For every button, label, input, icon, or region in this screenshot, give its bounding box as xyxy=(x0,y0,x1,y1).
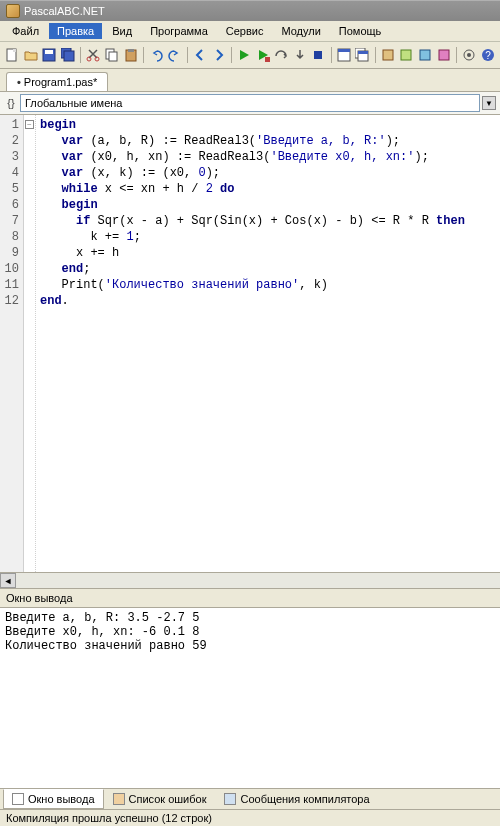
code-line: x += h xyxy=(40,245,496,261)
save-all-button[interactable] xyxy=(60,45,77,65)
svg-rect-12 xyxy=(265,57,270,62)
menu-bar: ФайлПравкаВидПрограммаСервисМодулиПомощь xyxy=(0,21,500,42)
scroll-left-button[interactable]: ◄ xyxy=(0,573,16,588)
code-line: var (a, b, R) := ReadReal3('Введите a, b… xyxy=(40,133,496,149)
toolbar-separator xyxy=(375,47,376,63)
menu-item-6[interactable]: Помощь xyxy=(331,23,390,39)
module3-icon xyxy=(418,48,432,62)
code-line: end; xyxy=(40,261,496,277)
bottom-tab-icon xyxy=(113,793,125,805)
svg-rect-1 xyxy=(13,49,16,52)
toolbar-separator xyxy=(143,47,144,63)
run-noデバッグ-button[interactable] xyxy=(254,45,271,65)
module3-button[interactable] xyxy=(417,45,434,65)
code-line: k += 1; xyxy=(40,229,496,245)
cut-icon xyxy=(86,48,100,62)
step-into-button[interactable] xyxy=(292,45,309,65)
menu-item-0[interactable]: Файл xyxy=(4,23,47,39)
bottom-tab-icon xyxy=(224,793,236,805)
app-icon xyxy=(6,4,20,18)
step-over-button[interactable] xyxy=(273,45,290,65)
paste-icon xyxy=(124,48,138,62)
run-button[interactable] xyxy=(236,45,253,65)
line-number: 9 xyxy=(0,245,19,261)
svg-text:?: ? xyxy=(485,50,491,61)
fold-toggle-icon[interactable]: − xyxy=(25,120,34,129)
code-line: Print('Количество значений равно', k) xyxy=(40,277,496,293)
code-line: var (x0, h, xn) := ReadReal3('Введите x0… xyxy=(40,149,496,165)
module4-button[interactable] xyxy=(435,45,452,65)
code-line: var (x, k) := (x0, 0); xyxy=(40,165,496,181)
svg-rect-21 xyxy=(420,50,430,60)
stop-icon xyxy=(311,48,325,62)
cut-button[interactable] xyxy=(85,45,102,65)
code-line: while x <= xn + h / 2 do xyxy=(40,181,496,197)
code-content[interactable]: begin var (a, b, R) := ReadReal3('Введит… xyxy=(36,115,500,572)
namespace-dropdown[interactable]: Глобальные имена xyxy=(20,94,480,112)
modified-dot-icon: • xyxy=(17,76,21,88)
line-number: 12 xyxy=(0,293,19,309)
forward-button[interactable] xyxy=(210,45,227,65)
svg-rect-20 xyxy=(401,50,411,60)
line-number: 1 xyxy=(0,117,19,133)
menu-item-4[interactable]: Сервис xyxy=(218,23,272,39)
form-button[interactable] xyxy=(336,45,353,65)
copy-icon xyxy=(105,48,119,62)
redo-button[interactable] xyxy=(166,45,183,65)
back-button[interactable] xyxy=(192,45,209,65)
svg-point-24 xyxy=(467,53,471,57)
horizontal-scrollbar[interactable]: ◄ xyxy=(0,572,500,588)
form2-icon xyxy=(355,48,369,62)
bottom-tab-label: Список ошибок xyxy=(129,793,207,805)
open-icon xyxy=(24,48,38,62)
save-button[interactable] xyxy=(41,45,58,65)
tab-label: Program1.pas* xyxy=(24,76,97,88)
editor-tab-program1[interactable]: • Program1.pas* xyxy=(6,72,108,91)
namespace-bar: {} Глобальные имена ▼ xyxy=(0,92,500,115)
bottom-tab-bar: Окно выводаСписок ошибокСообщения компил… xyxy=(0,788,500,809)
module1-icon xyxy=(381,48,395,62)
copy-button[interactable] xyxy=(104,45,121,65)
stop-button[interactable] xyxy=(310,45,327,65)
paste-button[interactable] xyxy=(122,45,139,65)
run-icon xyxy=(237,48,251,62)
fold-gutter: − xyxy=(24,115,36,572)
options-button[interactable] xyxy=(461,45,478,65)
menu-item-5[interactable]: Модули xyxy=(273,23,328,39)
forward-icon xyxy=(212,48,226,62)
bottom-tab-label: Сообщения компилятора xyxy=(240,793,369,805)
menu-item-2[interactable]: Вид xyxy=(104,23,140,39)
output-console[interactable]: Введите a, b, R: 3.5 -2.7 5 Введите x0, … xyxy=(0,608,500,788)
help-button[interactable]: ? xyxy=(479,45,496,65)
status-bar: Компиляция прошла успешно (12 строк) xyxy=(0,809,500,826)
code-editor[interactable]: 123456789101112 − begin var (a, b, R) :=… xyxy=(0,115,500,572)
namespace-label: Глобальные имена xyxy=(25,97,123,109)
new-file-button[interactable] xyxy=(4,45,21,65)
module2-button[interactable] xyxy=(398,45,415,65)
form2-button[interactable] xyxy=(354,45,371,65)
code-line: if Sqr(x - a) + Sqr(Sin(x) + Cos(x) - b)… xyxy=(40,213,496,229)
open-button[interactable] xyxy=(23,45,40,65)
line-number: 3 xyxy=(0,149,19,165)
module4-icon xyxy=(437,48,451,62)
menu-item-3[interactable]: Программа xyxy=(142,23,216,39)
line-number: 7 xyxy=(0,213,19,229)
namespace-dropdown-button[interactable]: ▼ xyxy=(482,96,496,110)
svg-rect-11 xyxy=(128,49,134,52)
output-header: Окно вывода xyxy=(0,588,500,608)
status-text: Компиляция прошла успешно (12 строк) xyxy=(6,812,212,824)
svg-rect-5 xyxy=(64,51,74,61)
output-header-label: Окно вывода xyxy=(6,592,73,604)
bottom-tab-1[interactable]: Список ошибок xyxy=(104,789,216,809)
module1-button[interactable] xyxy=(380,45,397,65)
code-line: end. xyxy=(40,293,496,309)
bottom-tab-2[interactable]: Сообщения компилятора xyxy=(215,789,378,809)
svg-rect-19 xyxy=(383,50,393,60)
bottom-tab-0[interactable]: Окно вывода xyxy=(3,789,104,809)
code-line: begin xyxy=(40,117,496,133)
undo-button[interactable] xyxy=(148,45,165,65)
menu-item-1[interactable]: Правка xyxy=(49,23,102,39)
line-number: 5 xyxy=(0,181,19,197)
options-icon xyxy=(462,48,476,62)
editor-tab-bar: • Program1.pas* xyxy=(0,69,500,92)
